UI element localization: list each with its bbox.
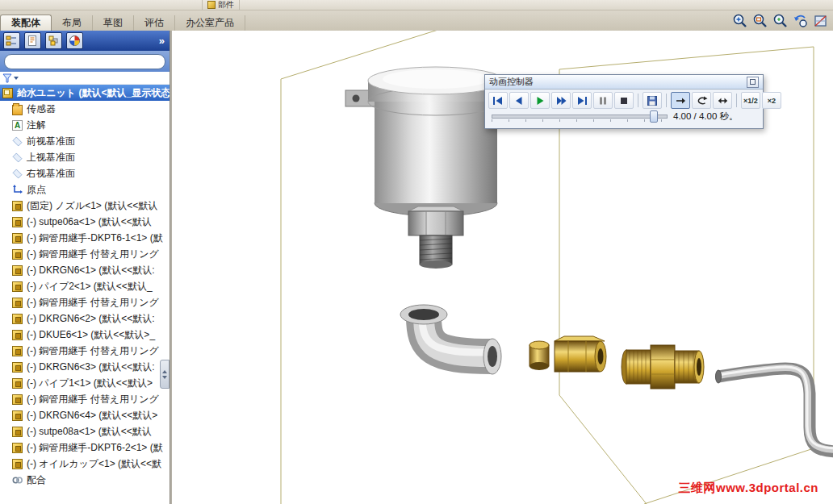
tree-item-component[interactable]: (-) DKRGN6<3> (默认<<默认:: [0, 359, 170, 375]
filter-dropdown-caret-icon[interactable]: [14, 77, 19, 80]
tree-item-component[interactable]: (-) パイプ1<1> (默认<<默认>: [0, 375, 170, 391]
tree-item-right-plane[interactable]: 右视基准面: [0, 165, 170, 181]
tree-item-component[interactable]: (固定) ノズル<1> (默认<<默认: [0, 198, 170, 214]
part-icon: [12, 427, 23, 437]
tab-assembly[interactable]: 装配体: [0, 15, 52, 31]
tree-item-component[interactable]: (-) オイルカップ<1> (默认<<默: [0, 456, 170, 472]
tab-sketch[interactable]: 草图: [93, 15, 134, 31]
normal-playback-button[interactable]: [671, 92, 690, 109]
watermark: 三维网www.3dportal.cn: [679, 481, 818, 496]
tab-layout[interactable]: 布局: [52, 15, 93, 31]
step-back-button[interactable]: [509, 92, 529, 109]
sensors-folder-icon: [12, 105, 23, 115]
double-speed-button[interactable]: ×2: [762, 92, 781, 109]
tree-item-component[interactable]: (-) 銅管用継手-DKPT6-2<1> (默: [0, 439, 170, 456]
animation-controller-titlebar[interactable]: 动画控制器: [485, 75, 763, 90]
tab-office-products[interactable]: 办公室产品: [175, 15, 245, 31]
oil-cup-model: [345, 67, 504, 269]
brass-nut-model: [555, 336, 606, 372]
part-icon: [12, 330, 23, 340]
skip-to-end-button[interactable]: [572, 92, 592, 109]
propertymanager-tab-icon[interactable]: [24, 32, 41, 49]
tree-item-component[interactable]: (-) パイプ2<1> (默认<<默认_: [0, 278, 170, 294]
part-icon: [12, 378, 23, 389]
plane-icon: [13, 136, 23, 146]
half-speed-button[interactable]: ×1/2: [741, 92, 760, 109]
panel-splitter-handle[interactable]: [160, 360, 170, 389]
brass-adapter-model: [622, 345, 704, 389]
origin-icon: [12, 185, 23, 195]
tree-item-origin[interactable]: 原点: [0, 181, 170, 198]
feature-manager-tab-bar: »: [0, 31, 170, 51]
part-icon: [12, 346, 23, 356]
zoom-in-out-icon[interactable]: [731, 12, 749, 30]
tree-item-component[interactable]: (-) DKUE6<1> (默认<<默认>_: [0, 327, 170, 343]
section-view-icon[interactable]: [812, 12, 830, 30]
tree-item-component[interactable]: (-) sutpe08a<1> (默认<<默认: [0, 423, 170, 439]
part-icon: [12, 217, 23, 227]
tree-item-component[interactable]: (-) 銅管用継手 付替え用リング: [0, 343, 170, 359]
pause-button[interactable]: [593, 92, 613, 109]
feature-manager-panel: » 給水ユニット (默认<默认_显示状态 传感器 注解 前视基准面 上视基准面 …: [0, 31, 170, 504]
assembly-icon: [2, 88, 13, 98]
timeline-ticks: [492, 119, 666, 122]
stop-button[interactable]: [614, 92, 634, 109]
displaymanager-tab-icon[interactable]: [66, 32, 83, 49]
component-label: 部件: [218, 0, 234, 10]
tab-evaluate[interactable]: 评估: [134, 15, 175, 31]
filter-funnel-icon[interactable]: [2, 73, 12, 83]
view-toolbar: [731, 12, 830, 30]
reciprocate-playback-button[interactable]: [713, 92, 732, 109]
timeline-track[interactable]: [492, 115, 668, 119]
toolbar-separator: [638, 94, 638, 107]
animation-controller-buttons: ×1/2 ×2: [488, 92, 781, 109]
feature-tree-filter-input[interactable]: [4, 54, 165, 69]
configurationmanager-tab-icon[interactable]: [45, 32, 62, 49]
tree-item-component[interactable]: (-) DKRGN6<1> (默认<<默认:: [0, 262, 170, 278]
tree-item-component[interactable]: (-) DKRGN6<2> (默认<<默认:: [0, 310, 170, 327]
solidworks-window: 部件 装配体布局草图评估办公室产品 »: [0, 0, 833, 504]
panel-overflow-chevron[interactable]: »: [159, 35, 166, 47]
plane-icon: [13, 152, 23, 162]
brass-sleeve-model: [530, 341, 549, 370]
close-icon[interactable]: [747, 77, 759, 88]
save-animation-button[interactable]: [643, 92, 662, 109]
tree-item-root-assembly[interactable]: 給水ユニット (默认<默认_显示状态: [0, 85, 170, 101]
mates-icon: [12, 475, 23, 485]
tree-item-top-plane[interactable]: 上视基准面: [0, 149, 170, 165]
part-icon: [12, 201, 23, 211]
timeline-slider: [492, 110, 666, 122]
annotations-icon: [12, 120, 23, 131]
command-manager-tabs: 装配体布局草图评估办公室产品: [0, 10, 833, 31]
skip-to-start-button[interactable]: [488, 92, 508, 109]
tree-item-component[interactable]: (-) sutpe06a<1> (默认<<默认: [0, 214, 170, 230]
timeline-thumb[interactable]: [650, 110, 658, 123]
timeline-time-display: 4.00 / 4.00 秒。: [673, 110, 739, 123]
zoom-to-fit-icon[interactable]: [772, 12, 789, 30]
featuremanager-tab-icon[interactable]: [3, 32, 20, 49]
previous-view-icon[interactable]: [792, 12, 810, 30]
tree-item-sensors[interactable]: 传感器: [0, 101, 170, 117]
tree-item-component[interactable]: (-) 銅管用継手 付替え用リング: [0, 294, 170, 310]
tree-item-component[interactable]: (-) 銅管用継手-DKPT6-1<1> (默: [0, 230, 170, 246]
part-icon: [12, 298, 23, 308]
bent-pipe-model: [716, 367, 833, 452]
component-toolbar-button[interactable]: 部件: [202, 0, 240, 10]
part-icon: [12, 281, 23, 292]
top-toolbar-strip: 部件: [0, 0, 833, 10]
tree-item-front-plane[interactable]: 前视基准面: [0, 133, 170, 149]
tree-item-component[interactable]: (-) 銅管用継手 付替え用リング: [0, 246, 170, 262]
loop-playback-button[interactable]: [692, 92, 711, 109]
elbow-fitting-model: [400, 305, 501, 374]
part-icon: [12, 410, 23, 421]
toolbar-separator: [736, 94, 737, 107]
play-button[interactable]: [530, 92, 550, 109]
zoom-to-area-icon[interactable]: [751, 12, 769, 30]
part-icon: [12, 314, 23, 324]
part-icon: [12, 443, 23, 453]
tree-item-mates[interactable]: 配合: [0, 472, 170, 488]
tree-item-component[interactable]: (-) DKRGN6<4> (默认<<默认>: [0, 407, 170, 423]
fast-forward-button[interactable]: [551, 92, 571, 109]
tree-item-annotations[interactable]: 注解: [0, 117, 170, 133]
tree-item-component[interactable]: (-) 銅管用継手 付替え用リング: [0, 391, 170, 407]
